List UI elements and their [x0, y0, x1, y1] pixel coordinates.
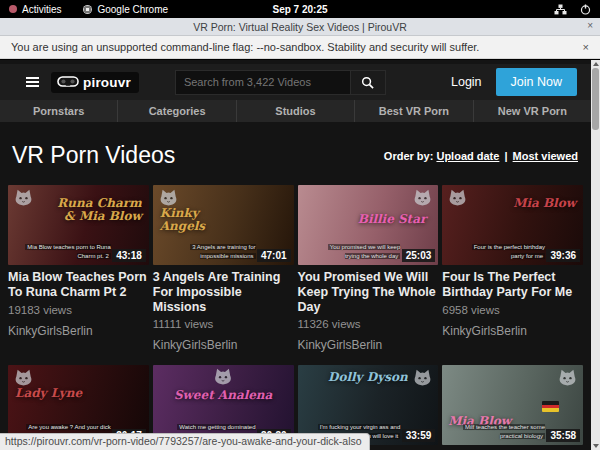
app-menu-button[interactable]: Google Chrome [83, 4, 168, 15]
search-bar [175, 70, 386, 95]
thumbnail-caption: You promised we will keep trying the who… [313, 243, 400, 260]
clock[interactable]: Sep 7 20:25 [272, 4, 327, 15]
duration-badge: 25:03 [402, 249, 436, 262]
activities-label: Activities [22, 4, 61, 15]
menu-item[interactable]: Categories [117, 100, 235, 122]
studio-link[interactable]: KinkyGirlsBerlin [298, 338, 439, 352]
german-flag-icon [542, 401, 559, 412]
studio-cat-logo-icon [447, 188, 468, 207]
network-icon[interactable] [554, 4, 567, 15]
order-separator: | [504, 150, 507, 162]
video-thumbnail[interactable]: Mia Blow Four is the perfect birthday pa… [442, 185, 583, 265]
thumbnail-overlay-text: Mia Blow [513, 197, 576, 210]
system-top-bar: Activities Google Chrome Sep 7 20:25 [0, 0, 600, 18]
vr-goggles-icon [57, 76, 79, 89]
video-card[interactable]: Mia Blow Four is the perfect birthday pa… [442, 185, 583, 352]
video-views: 6958 views [442, 304, 583, 316]
activities-button[interactable]: Activities [9, 4, 61, 15]
studio-link[interactable]: KinkyGirlsBerlin [8, 324, 149, 338]
site-navbar: pirouvr Login Join Now [0, 64, 591, 100]
tab-title: VR Porn: Virtual Reality Sex Videos | Pi… [193, 21, 407, 33]
page-scrollbar[interactable] [591, 60, 600, 450]
thumbnail-caption: Four is the perfect birthday party for m… [458, 243, 545, 260]
thumbnail-overlay-text: Billie Star [358, 213, 427, 226]
video-views: 11326 views [298, 318, 439, 330]
warning-text: You are using an unsupported command-lin… [11, 41, 479, 53]
video-title[interactable]: Mia Blow Teaches Porn To Runa Charm Pt 2 [8, 270, 149, 300]
join-now-button[interactable]: Join Now [496, 68, 577, 96]
site-logo-text: pirouvr [83, 75, 131, 90]
dismiss-warning-icon[interactable]: × [583, 41, 589, 53]
activities-dot-icon [9, 5, 17, 13]
close-tab-icon[interactable]: × [587, 20, 593, 31]
duration-badge: 47:01 [257, 249, 291, 262]
menu-item[interactable]: Pornstars [0, 100, 117, 122]
thumbnail-caption: Milf teaches the teacher some practical … [458, 423, 545, 440]
search-button[interactable] [351, 70, 386, 95]
video-grid: Runa Charm & Mia Blow Mia Blow teaches p… [0, 185, 591, 450]
thumbnail-caption: Mia Blow teaches porn to Runa Charm pt. … [24, 243, 111, 260]
duration-badge: 39:36 [546, 249, 580, 262]
scroll-up-icon[interactable] [593, 62, 599, 66]
search-input[interactable] [175, 70, 351, 95]
studio-link[interactable]: KinkyGirlsBerlin [153, 338, 294, 352]
video-card[interactable]: Mia Blow Milf teaches the teacher some p… [442, 365, 583, 450]
thumbnail-overlay-text: Lady Lyne [15, 387, 82, 400]
menu-item[interactable]: Best VR Porn [354, 100, 472, 122]
chrome-icon [83, 5, 92, 14]
video-title[interactable]: Four Is The Perfect Birthday Party For M… [442, 270, 583, 300]
menu-item[interactable]: Studios [236, 100, 354, 122]
login-link[interactable]: Login [451, 75, 482, 89]
thumbnail-overlay-text: Dolly Dyson [298, 371, 439, 384]
thumbnail-overlay-text: Runa Charm & Mia Blow [55, 197, 142, 222]
video-title[interactable]: You Promised We Will Keep Trying The Who… [298, 270, 439, 314]
site-logo[interactable]: pirouvr [51, 72, 139, 93]
page-header: VR Porn Videos Order by: Upload date | M… [0, 122, 591, 185]
studio-cat-logo-icon [557, 368, 578, 387]
power-icon[interactable] [580, 4, 591, 15]
video-thumbnail[interactable]: Kinky Angels 3 Angels are training for i… [153, 185, 294, 265]
page-title: VR Porn Videos [12, 142, 175, 169]
search-icon [361, 76, 374, 89]
studio-cat-logo-icon [213, 367, 234, 386]
order-upload-date-link[interactable]: Upload date [436, 150, 499, 162]
video-title[interactable]: 3 Angels Are Training For Impossible Mis… [153, 270, 294, 314]
video-views: 19183 views [8, 304, 149, 316]
studio-link[interactable]: KinkyGirlsBerlin [442, 324, 583, 338]
video-card[interactable]: Billie Star You promised we will keep tr… [298, 185, 439, 352]
web-content: pirouvr Login Join Now Pornstars Categor… [0, 60, 600, 450]
status-url: https://pirouvr.com/vr-porn-video/779325… [0, 433, 370, 450]
duration-badge: 43:18 [112, 249, 146, 262]
studio-cat-logo-icon [158, 188, 179, 207]
app-menu-label: Google Chrome [97, 4, 168, 15]
main-menu: Pornstars Categories Studios Best VR Por… [0, 100, 591, 122]
duration-badge: 33:59 [402, 429, 436, 442]
duration-badge: 35:58 [546, 429, 580, 442]
studio-cat-logo-icon [13, 188, 34, 207]
menu-item[interactable]: New VR Porn [473, 100, 591, 122]
video-card[interactable]: Runa Charm & Mia Blow Mia Blow teaches p… [8, 185, 149, 352]
order-by-label: Order by: [384, 150, 434, 162]
studio-cat-logo-icon [13, 368, 34, 387]
scroll-down-icon[interactable] [593, 444, 599, 448]
scrollbar-thumb[interactable] [592, 68, 599, 130]
order-most-viewed-link[interactable]: Most viewed [513, 150, 578, 162]
browser-title-bar: VR Porn: Virtual Reality Sex Videos | Pi… [0, 18, 600, 36]
thumbnail-caption: 3 Angels are training for impossible mis… [168, 243, 255, 260]
sandbox-warning-bar: You are using an unsupported command-lin… [0, 36, 600, 59]
video-thumbnail[interactable]: Runa Charm & Mia Blow Mia Blow teaches p… [8, 185, 149, 265]
video-thumbnail[interactable]: Mia Blow Milf teaches the teacher some p… [442, 365, 583, 445]
studio-cat-logo-icon [412, 188, 433, 207]
thumbnail-overlay-text: Sweet Analena [153, 389, 294, 402]
video-card[interactable]: Kinky Angels 3 Angels are training for i… [153, 185, 294, 352]
video-thumbnail[interactable]: Billie Star You promised we will keep tr… [298, 185, 439, 265]
video-views: 11111 views [153, 318, 294, 330]
menu-icon[interactable] [26, 77, 39, 87]
thumbnail-overlay-text: Kinky Angels [160, 207, 247, 232]
order-by: Order by: Upload date | Most viewed [384, 150, 578, 162]
